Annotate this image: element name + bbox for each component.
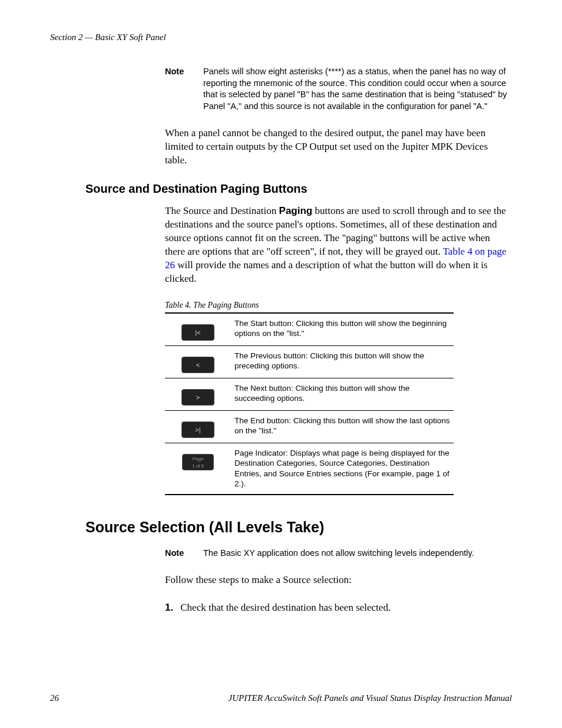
note-label: Note: [165, 66, 203, 112]
table-row: |< The Start button: Clicking this butto…: [165, 313, 454, 346]
heading-paging-buttons: Source and Destination Paging Buttons: [85, 182, 512, 196]
page-indicator-desc: Page Indicator: Displays what page is be…: [231, 443, 454, 495]
note-text: Panels will show eight asterisks (****) …: [203, 66, 512, 112]
note-text: The Basic XY application does not allow …: [203, 548, 512, 559]
footer-title: JUPITER AccuSwitch Soft Panels and Visua…: [229, 693, 512, 703]
page-indicator-icon: Page1 of 8: [182, 454, 214, 470]
para-text: will provide the names and a description…: [165, 259, 488, 284]
paging-bold: Paging: [279, 205, 313, 216]
step-text: Check that the desired destination has b…: [180, 602, 391, 613]
paragraph-paging-desc: The Source and Destination Paging button…: [165, 205, 512, 286]
paragraph-follow-steps: Follow these steps to make a Source sele…: [165, 574, 512, 587]
note-levels: Note The Basic XY application does not a…: [165, 548, 512, 559]
step-1: 1. Check that the desired destination ha…: [165, 602, 512, 614]
next-button-icon: >: [181, 389, 214, 406]
paragraph-panel-limit: When a panel cannot be changed to the de…: [165, 127, 512, 167]
table-caption: Table 4. The Paging Buttons: [165, 301, 512, 310]
end-button-icon: >|: [181, 421, 214, 438]
table-row: < The Previous button: Clicking this but…: [165, 345, 454, 378]
heading-source-selection: Source Selection (All Levels Take): [85, 519, 512, 536]
previous-button-icon: <: [181, 357, 214, 373]
paging-buttons-table: |< The Start button: Clicking this butto…: [165, 312, 454, 495]
table-row: >| The End button: Clicking this button …: [165, 410, 454, 443]
previous-button-desc: The Previous button: Clicking this butto…: [231, 345, 454, 378]
para-text: The Source and Destination: [165, 205, 279, 216]
end-button-desc: The End button: Clicking this button wil…: [231, 410, 454, 443]
page-number: 26: [50, 693, 59, 703]
next-button-desc: The Next button: Clicking this button wi…: [231, 378, 454, 410]
start-button-desc: The Start button: Clicking this button w…: [231, 313, 454, 346]
page-footer: 26 JUPITER AccuSwitch Soft Panels and Vi…: [50, 693, 512, 703]
note-asterisks: Note Panels will show eight asterisks (*…: [165, 66, 512, 112]
table-row: Page1 of 8 Page Indicator: Displays what…: [165, 443, 454, 495]
table-row: > The Next button: Clicking this button …: [165, 378, 454, 410]
note-label: Note: [165, 548, 203, 559]
step-number: 1.: [165, 602, 178, 614]
start-button-icon: |<: [181, 324, 214, 341]
section-header: Section 2 — Basic XY Soft Panel: [50, 32, 512, 42]
